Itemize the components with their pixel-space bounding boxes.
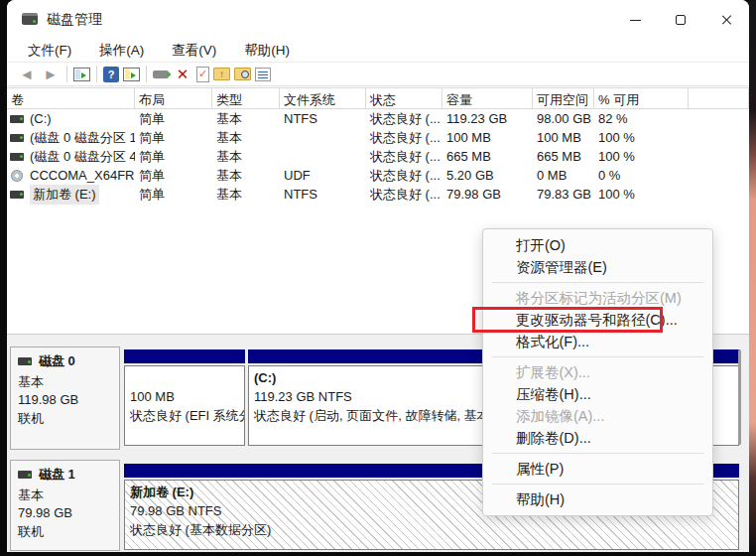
volume-capacity-cell: 100 MB [442, 130, 533, 145]
view-options-icon[interactable] [255, 68, 271, 81]
window-title: 磁盘管理 [47, 11, 102, 29]
volume-free-cell: 665 MB [533, 149, 594, 164]
disk-info-0[interactable]: 磁盘 0基本119.98 GB联机 [10, 347, 120, 450]
column-header-3[interactable]: 文件系统 [280, 88, 366, 108]
volume-free-cell: 100 MB [533, 130, 594, 145]
volume-type-cell: 基本 [212, 129, 280, 147]
disk-drive-icon [10, 115, 24, 123]
context-menu-item-1[interactable]: 资源管理器(E) [483, 256, 712, 278]
partition-size-line: 100 MB [130, 387, 244, 406]
volume-row-4[interactable]: 新加卷 (E:)简单基本NTFS状态良好 (...79.98 GB79.83 G… [7, 185, 749, 204]
volume-layout-cell: 简单 [135, 167, 212, 185]
volume-row-2[interactable]: (磁盘 0 磁盘分区 4)简单基本状态良好 (...665 MB665 MB10… [7, 147, 749, 166]
column-header-7[interactable]: % 可用 [594, 88, 689, 108]
disk-name: 磁盘 1 [18, 466, 113, 485]
maximize-icon [676, 15, 686, 25]
context-menu-item-8[interactable]: 压缩卷(H)... [483, 383, 712, 405]
partition-status-line: 状态良好 (EFI 系统分 [130, 406, 244, 425]
column-header-blank [689, 88, 749, 108]
volume-status-cell: 状态良好 (... [366, 167, 442, 185]
volume-pct-cell: 100 % [594, 149, 689, 164]
toolbar-separator [96, 66, 97, 82]
show-action-pane-icon[interactable] [123, 68, 140, 81]
disk-drive-icon [10, 153, 24, 161]
maximize-button[interactable] [658, 0, 703, 40]
column-header-2[interactable]: 类型 [212, 88, 280, 108]
column-header-0[interactable]: 卷 [7, 88, 135, 108]
delete-volume-icon[interactable]: ✕ [173, 66, 192, 83]
context-menu: 打开(O)资源管理器(E)将分区标记为活动分区(M)更改驱动器号和路径(C)..… [482, 228, 713, 516]
volume-row-1[interactable]: (磁盘 0 磁盘分区 1)简单基本状态良好 (...100 MB100 MB10… [7, 128, 749, 147]
disk-name-label: 磁盘 1 [39, 466, 75, 485]
disk-name-label: 磁盘 0 [39, 352, 75, 371]
context-menu-item-3: 将分区标记为活动分区(M) [483, 287, 712, 309]
menu-view[interactable]: 查看(V) [164, 40, 224, 62]
mark-active-icon[interactable]: ✓ [196, 67, 209, 82]
help-icon[interactable]: ? [103, 67, 119, 82]
toolbar: ◄►?✕✓↑ [7, 62, 749, 86]
volume-free-cell: 98.00 GB [533, 111, 594, 126]
minimize-button[interactable] [612, 0, 658, 40]
context-menu-item-0[interactable]: 打开(O) [483, 234, 712, 256]
folder-up-icon[interactable]: ↑ [213, 68, 230, 80]
toolbar-separator [146, 66, 147, 82]
volume-list-header: 卷布局类型文件系统状态容量可用空间% 可用 [7, 87, 749, 109]
context-menu-item-5[interactable]: 格式化(F)... [483, 331, 712, 352]
volume-list-rows: (C:)简单基本NTFS状态良好 (...119.23 GB98.00 GB82… [7, 109, 749, 204]
volume-free-cell: 0 MB [533, 168, 594, 183]
context-menu-item-10[interactable]: 删除卷(D)... [483, 427, 712, 449]
context-menu-item-12[interactable]: 属性(P) [483, 458, 712, 480]
disk-size: 79.98 GB [18, 504, 113, 523]
disk-icon [18, 357, 32, 365]
menu-help[interactable]: 帮助(H) [236, 40, 298, 62]
disk-status: 联机 [18, 523, 113, 542]
annotation-highlight-box [472, 307, 663, 333]
volume-capacity-cell: 79.98 GB [442, 187, 533, 202]
disk-size: 119.98 GB [18, 391, 113, 410]
column-header-1[interactable]: 布局 [135, 88, 212, 108]
forward-icon[interactable]: ► [41, 66, 61, 83]
window-controls [612, 0, 749, 40]
partition-0-0[interactable]: 100 MB状态良好 (EFI 系统分 [124, 365, 245, 446]
volume-pct-cell: 100 % [594, 187, 689, 202]
column-header-6[interactable]: 可用空间 [533, 88, 594, 108]
folder-search-icon[interactable] [234, 68, 251, 80]
volume-label: (C:) [30, 111, 52, 126]
screwdriver-icon[interactable] [153, 70, 169, 78]
column-header-4[interactable]: 状态 [366, 88, 442, 108]
volume-type-cell: 基本 [212, 167, 280, 185]
volume-row-3[interactable]: CCCOMA_X64FR...简单基本UDF状态良好 (...5.20 GB0 … [7, 166, 749, 185]
volume-pct-cell: 100 % [594, 130, 689, 145]
disk-type: 基本 [18, 486, 113, 505]
volume-fs-cell: NTFS [280, 111, 366, 126]
vertical-scrollbar[interactable] [738, 349, 741, 445]
volume-cell: (磁盘 0 磁盘分区 4) [7, 148, 135, 166]
back-icon[interactable]: ◄ [17, 66, 37, 83]
disk-drive-icon [10, 134, 24, 142]
menu-action[interactable]: 操作(A) [91, 40, 152, 62]
app-icon [22, 13, 38, 25]
menu-file[interactable]: 文件(F) [20, 40, 79, 62]
volume-type-cell: 基本 [212, 110, 280, 128]
title-bar: 磁盘管理 [7, 0, 749, 40]
show-console-tree-icon[interactable] [73, 68, 90, 81]
volume-row-0[interactable]: (C:)简单基本NTFS状态良好 (...119.23 GB98.00 GB82… [7, 109, 749, 128]
menu-separator [492, 356, 703, 357]
volume-label: (磁盘 0 磁盘分区 4) [30, 148, 135, 166]
volume-label: 新加卷 (E:) [30, 185, 99, 205]
context-menu-item-14[interactable]: 帮助(H) [483, 488, 712, 510]
volume-pct-cell: 82 % [594, 111, 689, 126]
volume-layout-cell: 简单 [135, 129, 212, 147]
disk-info-1[interactable]: 磁盘 1基本79.98 GB联机 [10, 460, 120, 551]
disk-drive-icon [10, 191, 24, 199]
disk-name: 磁盘 0 [18, 352, 113, 371]
menu-separator [492, 484, 703, 485]
close-button[interactable] [703, 0, 749, 40]
volume-layout-cell: 简单 [135, 186, 212, 204]
partition-status-line: 状态良好 (基本数据分区) [130, 520, 738, 539]
column-header-5[interactable]: 容量 [442, 88, 533, 108]
volume-capacity-cell: 5.20 GB [442, 168, 533, 183]
toolbar-separator [66, 66, 67, 82]
volume-status-cell: 状态良好 (... [366, 148, 442, 166]
partition-title [130, 368, 244, 387]
